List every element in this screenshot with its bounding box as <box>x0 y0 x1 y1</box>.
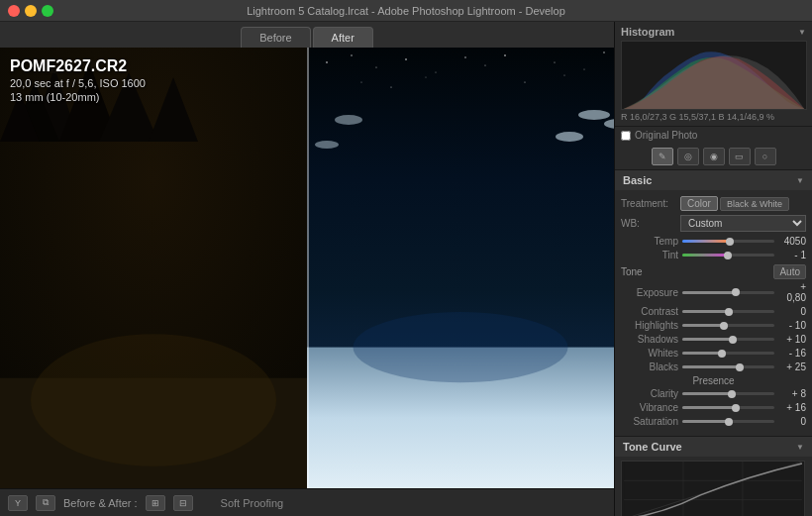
treatment-row: Treatment: Color Black & White <box>621 196 806 211</box>
basic-section: Basic ▼ Treatment: Color Black & White W… <box>615 170 812 437</box>
shadows-thumb[interactable] <box>729 336 737 344</box>
histogram-header: Histogram ▼ <box>621 26 806 38</box>
spot-tool-icon[interactable]: ◎ <box>677 148 699 165</box>
blacks-label: Blacks <box>621 361 678 372</box>
titlebar: Lightroom 5 Catalog.lrcat - Adobe Photos… <box>0 0 812 22</box>
contrast-label: Contrast <box>621 306 678 317</box>
temp-row: Temp 4050 <box>621 236 806 247</box>
exposure-details: 20,0 sec at f / 5,6, ISO 1600 <box>10 77 146 89</box>
basic-triangle-icon: ▼ <box>796 176 804 185</box>
shadows-value: + 10 <box>778 334 806 345</box>
tone-curve-header[interactable]: Tone Curve ▼ <box>615 437 812 457</box>
after-image <box>307 48 614 488</box>
blacks-thumb[interactable] <box>736 363 744 371</box>
before-image: POMF2627.CR2 20,0 sec at f / 5,6, ISO 16… <box>0 48 307 488</box>
maximize-button[interactable] <box>42 5 53 17</box>
radial-filter-icon[interactable]: ○ <box>755 148 776 165</box>
tint-row: Tint - 1 <box>621 250 806 260</box>
svg-point-10 <box>31 334 276 466</box>
before-after-divider <box>307 48 309 488</box>
temp-label: Temp <box>621 236 678 247</box>
whites-slider[interactable] <box>682 352 774 355</box>
vibrance-slider[interactable] <box>682 406 774 409</box>
saturation-label: Saturation <box>621 416 678 427</box>
tool-icons-row: ✎ ◎ ◉ ▭ ○ <box>615 144 812 170</box>
window-controls[interactable] <box>8 5 53 17</box>
basic-section-header[interactable]: Basic ▼ <box>615 170 812 190</box>
highlights-slider[interactable] <box>682 324 774 327</box>
svg-point-20 <box>554 61 555 62</box>
highlights-thumb[interactable] <box>720 322 728 330</box>
bw-button[interactable]: Black & White <box>720 197 789 211</box>
svg-point-22 <box>603 52 604 52</box>
tint-slider[interactable] <box>682 254 774 257</box>
svg-point-13 <box>351 54 352 55</box>
exposure-slider[interactable] <box>682 291 774 294</box>
blacks-row: Blacks + 25 <box>621 361 806 372</box>
svg-point-36 <box>578 110 610 120</box>
minimize-button[interactable] <box>25 5 37 17</box>
temp-thumb[interactable] <box>726 238 734 246</box>
close-button[interactable] <box>8 5 20 17</box>
wb-select[interactable]: Custom As Shot Auto <box>680 215 806 232</box>
layout-btn-2[interactable]: ⊟ <box>173 495 193 511</box>
contrast-value: 0 <box>778 306 806 317</box>
svg-point-35 <box>556 132 583 142</box>
contrast-slider[interactable] <box>682 310 774 313</box>
image-area: POMF2627.CR2 20,0 sec at f / 5,6, ISO 16… <box>0 48 614 488</box>
highlights-row: Highlights - 10 <box>621 320 806 331</box>
tone-curve-section: Tone Curve ▼ <box>615 437 812 516</box>
svg-point-41 <box>335 115 362 125</box>
crop-tool-icon[interactable]: ✎ <box>652 148 673 165</box>
graduated-filter-icon[interactable]: ▭ <box>729 148 751 165</box>
vibrance-row: Vibrance + 16 <box>621 402 806 413</box>
svg-point-24 <box>390 86 391 87</box>
vibrance-thumb[interactable] <box>732 404 740 412</box>
temp-value: 4050 <box>778 236 806 247</box>
color-button[interactable]: Color <box>680 196 718 211</box>
histogram-info: R 16,0/27,3 G 15,5/37,1 B 14,1/46,9 % <box>621 112 806 122</box>
tone-curve-triangle-icon: ▼ <box>796 443 804 452</box>
main-layout: Before After <box>0 22 812 516</box>
temp-slider[interactable] <box>682 240 774 243</box>
tint-label: Tint <box>621 250 678 260</box>
tone-sublabel: Tone <box>621 266 643 277</box>
histogram-panel: Histogram ▼ R 16,0/27,3 G 15,5/37,1 B 14… <box>615 22 812 127</box>
tab-after[interactable]: After <box>313 27 373 48</box>
redeye-tool-icon[interactable]: ◉ <box>703 148 725 165</box>
exposure-thumb[interactable] <box>732 288 740 296</box>
wb-row: WB: Custom As Shot Auto <box>621 215 806 232</box>
saturation-thumb[interactable] <box>725 418 733 426</box>
tabbar: Before After <box>0 22 614 48</box>
original-photo-checkbox[interactable] <box>621 131 631 141</box>
saturation-slider[interactable] <box>682 420 774 423</box>
focal-length: 13 mm (10-20mm) <box>10 91 146 103</box>
svg-point-42 <box>354 312 568 382</box>
bottombar: Y ⧉ Before & After : ⊞ ⊟ Soft Proofing <box>0 488 614 516</box>
shadows-slider[interactable] <box>682 338 774 341</box>
softproof-label: Soft Proofing <box>221 497 284 509</box>
clarity-label: Clarity <box>621 388 678 399</box>
whites-thumb[interactable] <box>718 350 726 358</box>
clarity-thumb[interactable] <box>728 390 736 398</box>
layout-btn-1[interactable]: ⊞ <box>146 495 165 511</box>
shadows-label: Shadows <box>621 334 678 345</box>
saturation-row: Saturation 0 <box>621 416 806 427</box>
blacks-value: + 25 <box>778 361 806 372</box>
svg-point-15 <box>405 58 407 60</box>
clarity-slider[interactable] <box>682 392 774 395</box>
blacks-slider[interactable] <box>682 365 774 368</box>
compare-button[interactable]: ⧉ <box>36 495 55 511</box>
tint-thumb[interactable] <box>724 252 732 259</box>
treatment-label: Treatment: <box>621 198 680 209</box>
saturation-value: 0 <box>778 416 806 427</box>
y-tool-button[interactable]: Y <box>8 495 28 511</box>
window-title: Lightroom 5 Catalog.lrcat - Adobe Photos… <box>247 5 565 17</box>
histogram-triangle[interactable]: ▼ <box>798 28 806 37</box>
contrast-thumb[interactable] <box>725 308 733 316</box>
wb-label: WB: <box>621 218 680 229</box>
tab-before[interactable]: Before <box>241 27 310 48</box>
auto-button[interactable]: Auto <box>773 264 806 279</box>
contrast-row: Contrast 0 <box>621 306 806 317</box>
clarity-row: Clarity + 8 <box>621 388 806 399</box>
